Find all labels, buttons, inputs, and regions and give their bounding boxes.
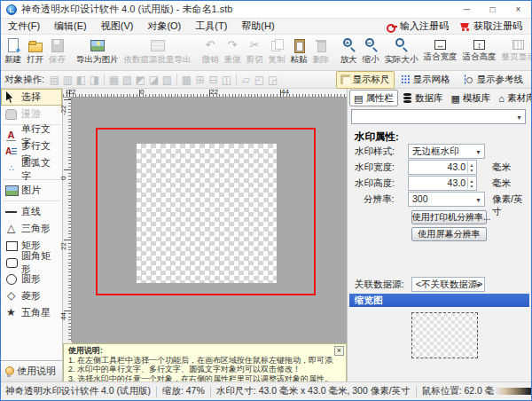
object-op-icon-9: ▨ xyxy=(160,72,174,88)
menu-object[interactable]: 对象(O) xyxy=(140,18,188,35)
panel-tabs: ▤属性栏 数据库 ▦模板库 ⌂素材库 xyxy=(349,90,530,106)
export-image-button[interactable]: 导出为图片 xyxy=(74,35,121,70)
usage-help-panel: × 使用说明: 1. 在左侧工具栏中选择一个功能后，在画布区域按住鼠标左键拖动，… xyxy=(63,343,347,383)
save-icon xyxy=(50,38,65,52)
zoom-in-icon: + xyxy=(341,38,356,52)
maximize-button[interactable]: □ xyxy=(480,1,505,18)
properties-list-icon: ▤ xyxy=(354,93,363,104)
properties-panel: ▤属性栏 数据库 ▦模板库 ⌂素材库 ▼ 水印属性: 水印样式: 无边框水印▼ … xyxy=(347,89,531,381)
enter-register-code-button[interactable]: 输入注册码 xyxy=(383,19,452,34)
app-window: 神奇透明水印设计软件 4.0 (试用版) - 未命名1.stb ─ □ × 文件… xyxy=(0,0,532,401)
tool-star[interactable]: ★五角星 xyxy=(1,304,62,321)
new-button[interactable]: 新建 xyxy=(2,35,24,70)
whole-page-button: 整页显示 xyxy=(499,35,532,70)
menu-edit[interactable]: 编辑(E) xyxy=(47,18,94,35)
tab-properties[interactable]: ▤属性栏 xyxy=(349,90,398,106)
whole-page-icon xyxy=(512,40,524,50)
ruler-label: -22 xyxy=(59,105,67,115)
separator xyxy=(156,386,157,397)
tab-materials[interactable]: ⌂素材库 xyxy=(495,90,532,106)
status-watermark-size: 水印尺寸: 43.0 毫米 x 43.0 毫米, 300 像素/英寸 xyxy=(216,385,411,397)
tool-line[interactable]: 直线 xyxy=(1,203,62,220)
guide-line-icon xyxy=(465,75,474,84)
thumbnail-header: 缩览图 xyxy=(349,294,529,307)
fit-height-button[interactable]: ↕适合高度 xyxy=(460,35,499,70)
width-input[interactable]: 43.0 ▲▼ xyxy=(408,160,477,175)
height-input[interactable]: 43.0 ▲▼ xyxy=(408,176,477,191)
tool-diamond[interactable]: ◇菱形 xyxy=(1,287,62,304)
use-screen-resolution-button[interactable]: 使用屏幕分辨率 xyxy=(411,227,487,241)
minimize-button[interactable]: ─ xyxy=(454,1,480,18)
menu-help[interactable]: 帮助(H) xyxy=(234,18,281,35)
undo-icon: ↶ xyxy=(203,38,218,52)
redo-icon: ↷ xyxy=(225,38,240,52)
style-dropdown[interactable]: 无边框水印▼ xyxy=(408,144,485,159)
ruler-label: -22 xyxy=(66,88,76,96)
width-stepper[interactable]: ▲▼ xyxy=(467,161,475,173)
use-printer-resolution-button[interactable]: 使用打印机分辨率... xyxy=(411,210,487,224)
batch-export-button: 依数据源批量导出 xyxy=(121,35,194,70)
show-grid-button[interactable]: 显示网格 xyxy=(396,71,455,89)
zoom-in-button[interactable]: +放大 xyxy=(338,35,360,70)
object-op-icon-11: ⊞ xyxy=(193,72,207,88)
object-selector-dropdown[interactable]: ▼ xyxy=(351,109,526,124)
status-app-name: 神奇透明水印设计软件 4.0 (试用版) xyxy=(5,385,151,397)
object-op-icon-5: ▦ xyxy=(107,72,121,88)
tool-arc-text[interactable]: ∴圆弧文字 xyxy=(1,161,62,177)
main-toolbar: 新建 打开 保存 导出为图片 依数据源批量导出 ↶撤销 ↷重做 ✂剪切 复制 粘… xyxy=(1,35,531,71)
spin-down-icon: ▼ xyxy=(470,184,474,189)
title-bar: 神奇透明水印设计软件 4.0 (试用版) - 未命名1.stb ─ □ × xyxy=(1,1,531,19)
actual-size-button[interactable]: 实际大小 xyxy=(382,35,421,70)
trash-icon xyxy=(314,38,329,52)
arc-text-icon: ∴ xyxy=(4,163,18,175)
height-unit: 毫米 xyxy=(492,177,511,190)
help-line: 1. 在左侧工具栏中选择一个功能后，在画布区域按住鼠标左键拖动，即可添加一个对象… xyxy=(68,356,333,366)
tool-pan: 漫游 xyxy=(1,106,62,122)
watermark-page-border[interactable] xyxy=(96,128,316,295)
object-op-icon-1: ▤ xyxy=(48,72,61,88)
database-icon xyxy=(403,93,412,103)
help-line: 2. 水印中的单行文字、多行文字、圆弧文字对象均可以双击修改！ xyxy=(68,365,333,374)
separator xyxy=(210,386,211,397)
design-canvas[interactable] xyxy=(72,98,347,343)
paste-button[interactable]: 粘贴 xyxy=(288,35,310,70)
object-operations-label: 对象操作: xyxy=(4,74,44,86)
resolution-label: 分辨率: xyxy=(364,193,394,206)
triangle-icon: △ xyxy=(4,223,18,234)
zoom-out-button[interactable]: −缩小 xyxy=(360,35,382,70)
material-library-icon: ⌂ xyxy=(498,93,505,104)
menu-view[interactable]: 视图(V) xyxy=(94,18,141,35)
get-register-code-button[interactable]: 获取注册码 xyxy=(456,19,526,34)
close-icon[interactable]: × xyxy=(334,346,344,356)
menu-file[interactable]: 文件(F) xyxy=(1,18,47,35)
tool-rounded-rectangle[interactable]: 圆角矩形 xyxy=(1,254,62,271)
watermark-transparent-area[interactable] xyxy=(137,144,277,283)
rectangle-icon xyxy=(4,240,18,251)
menu-tools[interactable]: 工具(T) xyxy=(188,18,234,35)
tool-image[interactable]: 图片 xyxy=(1,182,62,199)
resolution-dropdown[interactable]: 300▼ xyxy=(408,192,485,207)
usage-help-button[interactable]: 使用说明 xyxy=(1,360,62,381)
ruler-label: 44 xyxy=(59,312,67,320)
redo-button: ↷重做 xyxy=(222,35,244,70)
height-stepper[interactable]: ▲▼ xyxy=(467,177,475,189)
object-op-icon-7: ◩ xyxy=(134,72,147,88)
export-image-icon xyxy=(90,38,105,52)
status-bar: 神奇透明水印设计软件 4.0 (试用版) 缩放: 47% 水印尺寸: 43.0 … xyxy=(1,381,531,400)
tab-database[interactable]: 数据库 xyxy=(399,90,447,106)
close-button[interactable]: × xyxy=(505,1,531,18)
datasource-dropdown[interactable]: <不关联数据源>▼ xyxy=(411,277,485,292)
width-unit: 毫米 xyxy=(492,161,511,174)
spin-down-icon: ▼ xyxy=(470,168,474,173)
tab-templates[interactable]: ▦模板库 xyxy=(447,90,494,106)
gradient-artifact xyxy=(496,388,531,395)
tool-triangle[interactable]: △三角形 xyxy=(1,220,62,237)
show-ruler-button[interactable]: 显示标尺 xyxy=(336,71,395,89)
rounded-rectangle-icon xyxy=(4,256,18,268)
copy-icon xyxy=(270,38,285,52)
tool-select[interactable]: 选择 xyxy=(1,89,62,106)
show-guides-button[interactable]: 显示参考线 xyxy=(457,71,528,89)
fit-width-button[interactable]: ↔适合宽度 xyxy=(421,35,460,70)
open-button[interactable]: 打开 xyxy=(24,35,46,70)
status-zoom: 缩放: 47% xyxy=(162,385,205,397)
